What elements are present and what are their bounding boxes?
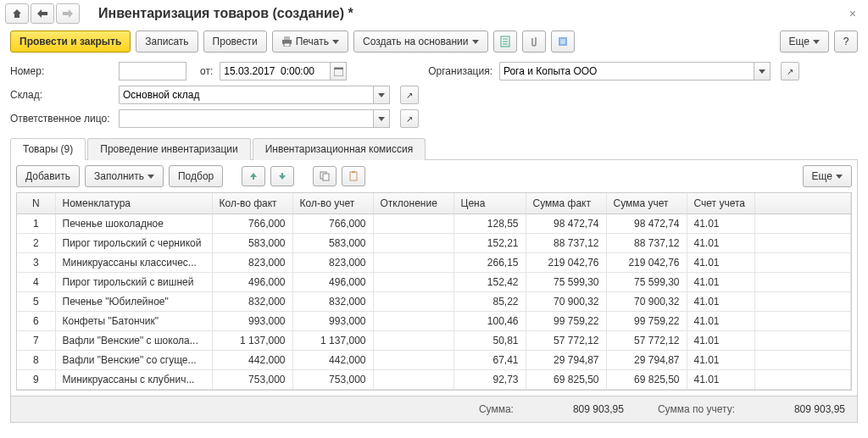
cell-deviation (373, 350, 453, 369)
page-title: Инвентаризация товаров (создание) * (98, 6, 353, 21)
add-button[interactable]: Добавить (16, 165, 80, 187)
cell-n: 8 (17, 350, 55, 369)
table-more-dropdown[interactable]: Еще (803, 165, 852, 187)
home-icon (12, 8, 22, 19)
cell-qty-fact: 832,000 (212, 291, 292, 311)
table-row[interactable]: 3Миникруассаны классичес...823,000823,00… (17, 252, 851, 272)
move-down-button[interactable] (270, 166, 294, 186)
responsible-dropdown-button[interactable] (373, 109, 390, 128)
cell-sum-uchet: 57 772,12 (606, 330, 687, 350)
footer-sum-value: 809 903,95 (548, 403, 624, 415)
close-button[interactable]: × (843, 7, 863, 20)
col-sum-fact[interactable]: Сумма факт (526, 193, 606, 213)
cell-qty-uchet: 583,000 (292, 233, 373, 252)
cell-sum-uchet: 219 042,76 (606, 252, 687, 272)
cell-qty-fact: 766,000 (212, 213, 292, 233)
footer-sum-uchet-value: 809 903,95 (769, 403, 845, 415)
cell-n: 4 (17, 272, 55, 291)
warehouse-dropdown-button[interactable] (373, 86, 390, 104)
cell-price: 100,46 (453, 311, 526, 330)
attachment-button[interactable] (522, 30, 546, 53)
caret-down-icon (332, 40, 339, 44)
paste-button[interactable] (342, 166, 365, 186)
document-button[interactable] (493, 30, 517, 53)
cell-sum-fact: 29 794,87 (526, 350, 606, 369)
move-up-button[interactable] (242, 166, 265, 186)
caret-down-icon (836, 175, 843, 179)
cell-blank (754, 311, 851, 330)
cell-account: 41.01 (687, 291, 754, 311)
tab-conduct[interactable]: Проведение инвентаризации (87, 138, 250, 160)
copy-button[interactable] (313, 166, 337, 186)
date-field[interactable] (220, 62, 330, 80)
cell-n: 7 (17, 330, 55, 350)
col-nom[interactable]: Номенклатура (55, 193, 212, 213)
col-qty-uchet[interactable]: Кол-во учет (292, 193, 373, 213)
more-label: Еще (789, 36, 810, 47)
caret-down-icon (759, 69, 765, 74)
svg-rect-14 (323, 174, 329, 180)
responsible-open-button[interactable]: ↗ (400, 109, 419, 128)
cell-price: 67,41 (453, 350, 526, 369)
table-row[interactable]: 7Вафли "Венские" с шокола...1 137,0001 1… (17, 330, 851, 350)
forward-button[interactable] (56, 3, 80, 24)
save-button[interactable]: Записать (136, 30, 198, 53)
warehouse-open-button[interactable]: ↗ (400, 86, 419, 104)
warehouse-field[interactable] (119, 86, 373, 104)
col-qty-fact[interactable]: Кол-во факт (212, 193, 292, 213)
col-deviation[interactable]: Отклонение (373, 193, 453, 213)
org-open-button[interactable]: ↗ (781, 62, 799, 80)
cell-qty-uchet: 823,000 (292, 252, 373, 272)
cell-account: 41.01 (687, 330, 754, 350)
cell-qty-fact: 753,000 (212, 369, 292, 389)
select-button[interactable]: Подбор (169, 165, 223, 187)
more-dropdown[interactable]: Еще (780, 30, 829, 53)
cell-blank (754, 213, 851, 233)
tab-goods[interactable]: Товары (9) (10, 138, 86, 160)
help-button[interactable]: ? (834, 30, 858, 53)
home-button[interactable] (5, 3, 29, 24)
fill-label: Заполнить (94, 170, 144, 182)
fill-dropdown[interactable]: Заполнить (85, 165, 164, 187)
print-dropdown[interactable]: Печать (272, 30, 348, 53)
col-n[interactable]: N (17, 193, 55, 213)
svg-rect-16 (352, 171, 355, 173)
caret-down-icon (378, 117, 385, 121)
cell-sum-fact: 75 599,30 (526, 272, 606, 291)
list-button[interactable] (551, 30, 575, 53)
table-row[interactable]: 8Вафли "Венские" со сгуще...442,000442,0… (17, 350, 851, 369)
cell-price: 128,55 (453, 213, 526, 233)
svg-rect-2 (284, 43, 290, 47)
table-row[interactable]: 6Конфеты "Батончик"993,000993,000100,469… (17, 311, 851, 330)
table-row[interactable]: 2Пирог тирольский с черникой583,000583,0… (17, 233, 851, 252)
cell-qty-fact: 993,000 (212, 311, 292, 330)
cell-deviation (373, 330, 453, 350)
cell-qty-uchet: 753,000 (292, 369, 373, 389)
cell-blank (754, 272, 851, 291)
create-based-dropdown[interactable]: Создать на основании (353, 30, 488, 53)
post-and-close-button[interactable]: Провести и закрыть (10, 30, 131, 53)
cell-price: 266,15 (453, 252, 526, 272)
cell-sum-uchet: 99 759,22 (606, 311, 687, 330)
org-dropdown-button[interactable] (754, 62, 771, 80)
col-price[interactable]: Цена (453, 193, 526, 213)
number-field[interactable] (119, 62, 186, 80)
responsible-field[interactable] (119, 109, 373, 128)
table-row[interactable]: 4Пирог тирольский с вишней496,000496,000… (17, 272, 851, 291)
date-picker-button[interactable] (330, 62, 347, 80)
col-sum-uchet[interactable]: Сумма учет (606, 193, 687, 213)
caret-down-icon (147, 175, 154, 179)
org-field[interactable] (499, 62, 754, 80)
table-row[interactable]: 9Миникруассаны с клубнич...753,000753,00… (17, 369, 851, 389)
post-button[interactable]: Провести (203, 30, 267, 53)
cell-qty-fact: 1 137,000 (212, 330, 292, 350)
table-row[interactable]: 1Печенье шоколадное766,000766,000128,559… (17, 213, 851, 233)
org-label: Организация: (428, 65, 492, 77)
tab-commission[interactable]: Инвентаризационная комиссия (253, 138, 426, 160)
col-account[interactable]: Счет учета (687, 193, 754, 213)
table-row[interactable]: 5Печенье "Юбилейное"832,000832,00085,227… (17, 291, 851, 311)
cell-deviation (373, 252, 453, 272)
list-icon (558, 36, 568, 47)
back-button[interactable] (31, 3, 54, 24)
cell-nom: Миникруассаны классичес... (55, 252, 212, 272)
